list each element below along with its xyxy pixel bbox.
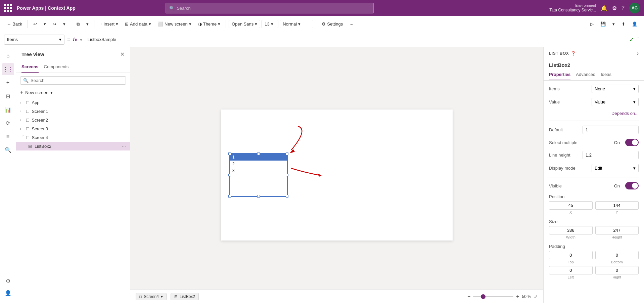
redo-dropdown-button[interactable]: ▾ <box>60 20 68 28</box>
new-screen-button[interactable]: ⬜ New screen ▾ <box>155 20 194 28</box>
formula-input[interactable] <box>85 37 627 42</box>
waffle-icon[interactable] <box>4 4 12 12</box>
zoom-slider[interactable] <box>473 296 513 297</box>
insert-button[interactable]: + Insert ▾ <box>97 20 121 28</box>
pad-right-input[interactable] <box>595 266 639 274</box>
height-input[interactable] <box>595 226 639 234</box>
handle-top-mid[interactable] <box>257 153 260 155</box>
undo-dropdown-button[interactable]: ▾ <box>41 20 49 28</box>
depends-on-link[interactable]: Depends on... <box>611 111 639 116</box>
tree-item-screen4[interactable]: › □ Screen4 <box>16 133 130 142</box>
component-tag[interactable]: ⊞ ListBox2 <box>171 293 199 300</box>
handle-bot-right[interactable] <box>286 195 288 198</box>
settings-toolbar-button[interactable]: ⚙ Settings <box>319 20 346 28</box>
pad-bottom-input[interactable] <box>595 251 639 259</box>
tree-panel: Tree view ✕ Screens Components 🔍 + New s… <box>16 47 130 303</box>
style-dropdown[interactable]: Normal ▾ <box>280 20 313 28</box>
tree-item-app[interactable]: › □ App <box>16 98 130 107</box>
right-panel-collapse-button[interactable]: › <box>637 50 639 56</box>
tree-close-button[interactable]: ✕ <box>120 51 125 57</box>
settings-left-icon-btn[interactable]: ⚙ <box>2 275 14 287</box>
visible-toggle[interactable] <box>625 182 639 189</box>
pos-y-input[interactable] <box>595 201 639 210</box>
redo-button[interactable]: ↪ <box>50 20 59 28</box>
select-multiple-toggle[interactable] <box>625 139 639 146</box>
property-select[interactable]: Items ▾ <box>4 35 64 45</box>
formula-checkmark-icon[interactable]: ✓ <box>629 36 634 43</box>
analytics-icon-btn[interactable]: 📊 <box>2 103 14 116</box>
search-icon-btn[interactable]: 🔍 <box>2 144 14 156</box>
tree-item-listbox2[interactable]: ⊞ ListBox2 ··· <box>16 142 130 150</box>
pos-x-input[interactable] <box>549 201 593 210</box>
publish-button[interactable]: ⬆ <box>619 20 628 28</box>
value-dropdown[interactable]: Value ▾ <box>592 98 639 106</box>
tree-item-screen1[interactable]: › □ Screen1 <box>16 107 130 116</box>
global-search-input[interactable] <box>177 6 370 11</box>
help-circle-icon[interactable]: ❓ <box>571 51 576 56</box>
right-tab-advanced[interactable]: Advanced <box>576 69 595 80</box>
handle-mid-right[interactable] <box>286 174 288 176</box>
display-mode-dropdown[interactable]: Edit ▾ <box>592 164 639 172</box>
pad-left-input[interactable] <box>549 266 593 274</box>
zoom-out-button[interactable]: − <box>467 294 470 300</box>
save-dropdown[interactable]: ▾ <box>610 20 617 28</box>
handle-bot-left[interactable] <box>228 195 231 198</box>
tree-search-input[interactable] <box>31 78 123 83</box>
listbox-item-2[interactable]: 2 <box>230 161 287 167</box>
font-size-dropdown[interactable]: 13 ▾ <box>262 20 278 28</box>
handle-top-left[interactable] <box>228 153 231 155</box>
equals-icon: = <box>67 37 70 43</box>
tree-item-screen3[interactable]: › □ Screen3 <box>16 124 130 133</box>
avatar[interactable]: AG <box>629 3 640 13</box>
account-icon-btn[interactable]: 👤 <box>2 287 14 299</box>
undo-button[interactable]: ↩ <box>31 20 40 28</box>
handle-mid-left[interactable] <box>228 174 231 176</box>
help-icon[interactable]: ? <box>622 5 625 11</box>
copy-button[interactable]: ⧉ <box>74 20 82 28</box>
size-label: Size <box>549 219 557 224</box>
items-dropdown[interactable]: None ▾ <box>592 85 639 93</box>
right-tab-ideas[interactable]: Ideas <box>601 69 611 80</box>
font-family-dropdown[interactable]: Open Sans ▾ <box>229 20 260 28</box>
add-data-button[interactable]: ⊞ Add data ▾ <box>122 20 154 28</box>
new-screen-tree-button[interactable]: + New screen ▾ <box>16 88 130 98</box>
app-icon: □ <box>26 100 29 105</box>
listbox-item-3[interactable]: 3 <box>230 167 287 174</box>
preview-button[interactable]: ▷ <box>588 20 596 28</box>
copy-dropdown-button[interactable]: ▾ <box>84 20 91 28</box>
tree-item-screen2[interactable]: › □ Screen2 <box>16 116 130 124</box>
tree-search-box[interactable]: 🔍 <box>20 76 126 85</box>
zoom-in-button[interactable]: + <box>516 294 519 300</box>
global-search-box[interactable]: 🔍 <box>166 3 374 13</box>
save-button[interactable]: 💾 <box>598 20 608 28</box>
screen-tag[interactable]: □ Screen4 ▾ <box>136 293 167 300</box>
notification-icon[interactable]: 🔔 <box>601 5 607 11</box>
width-input[interactable] <box>549 226 593 234</box>
app-chevron-icon: › <box>20 101 25 104</box>
connections-icon-btn[interactable]: ⟳ <box>2 117 14 129</box>
line-height-input[interactable] <box>583 151 639 159</box>
treeview-icon-btn[interactable]: ⋮⋮ <box>2 63 14 75</box>
default-input[interactable] <box>583 126 639 134</box>
canvas-area: 1 2 3 <box>130 47 543 303</box>
canvas-screen[interactable]: 1 2 3 <box>221 110 453 241</box>
data-icon-btn[interactable]: ⊟ <box>2 90 14 102</box>
settings-icon[interactable]: ⚙ <box>612 5 617 11</box>
collab-icon-button[interactable]: 👤 <box>629 20 640 28</box>
home-icon-btn[interactable]: ⌂ <box>2 50 14 62</box>
right-tab-properties[interactable]: Properties <box>549 69 570 80</box>
expand-icon[interactable]: ⤢ <box>534 294 538 299</box>
handle-bot-mid[interactable] <box>257 195 260 198</box>
formula-chevron-icon[interactable]: ˅ <box>637 36 640 43</box>
pad-top-input[interactable] <box>549 251 593 259</box>
handle-top-right[interactable] <box>286 153 288 155</box>
listbox-widget[interactable]: 1 2 3 <box>229 153 288 197</box>
insert-icon-btn[interactable]: + <box>2 77 14 89</box>
tree-tab-components[interactable]: Components <box>44 61 69 73</box>
variables-icon-btn[interactable]: ≡ <box>2 130 14 142</box>
more-toolbar-button[interactable]: ··· <box>347 20 356 28</box>
back-button[interactable]: ← Back <box>4 20 25 28</box>
theme-button[interactable]: ◑ Theme ▾ <box>195 20 223 28</box>
tree-tab-screens[interactable]: Screens <box>21 61 39 73</box>
listbox2-more-button[interactable]: ··· <box>122 143 126 149</box>
